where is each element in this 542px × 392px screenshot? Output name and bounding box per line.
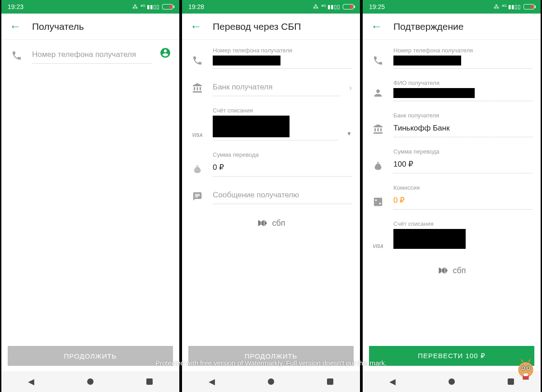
- content: Номер телефона получателя ФИО получателя…: [363, 40, 541, 341]
- status-time: 19:28: [188, 3, 204, 10]
- account-row: VISA Счёт списания: [371, 213, 533, 255]
- redacted-account: [213, 116, 290, 137]
- footer: ПРОДОЛЖИТЬ: [1, 341, 179, 371]
- phone-field[interactable]: Номер телефона получателя: [213, 47, 352, 69]
- bank-icon: [190, 83, 205, 96]
- phone-input[interactable]: Номер телефона получателя: [32, 47, 151, 64]
- redacted-phone: [393, 56, 461, 65]
- redacted-account: [393, 229, 466, 249]
- redacted-name: [393, 88, 475, 98]
- nav-bar: ◀: [182, 371, 360, 392]
- nav-home[interactable]: [449, 378, 455, 385]
- status-icons: ⁂ ⁴ᴳ ▮▮▯▯: [132, 4, 173, 10]
- status-icons: ⁂ ⁴ᴳ ▮▮▯▯: [494, 4, 534, 10]
- screen-confirmation: 19:25 ⁂ ⁴ᴳ ▮▮▯▯ ← Подтверждение Номер те…: [361, 0, 542, 392]
- svg-rect-8: [523, 376, 528, 380]
- nav-home[interactable]: [87, 378, 93, 385]
- content: Номер телефона получателя: [1, 40, 179, 341]
- amount-field: Сумма перевода 100 ₽: [393, 148, 533, 173]
- svg-rect-9: [524, 373, 528, 376]
- app-bar: ← Получатель: [1, 14, 179, 40]
- sbp-logo: сбп: [190, 217, 352, 229]
- bank-row[interactable]: Банк получателя ›: [190, 72, 352, 100]
- bank-field: Банк получателя: [213, 79, 341, 96]
- percent-icon: [371, 197, 385, 210]
- svg-point-4: [522, 367, 524, 369]
- name-row: ФИО получателя: [371, 72, 533, 105]
- phone-row: Номер телефона получателя: [371, 40, 533, 72]
- contact-picker-button[interactable]: [159, 47, 171, 64]
- phone-input-row: Номер телефона получателя: [9, 40, 171, 67]
- battery-icon: [523, 4, 534, 9]
- status-time: 19:23: [8, 3, 23, 10]
- back-button[interactable]: ←: [190, 19, 202, 33]
- bluetooth-icon: ⁂: [494, 4, 499, 10]
- battery-icon: [343, 4, 354, 9]
- amount-row[interactable]: Сумма перевода 0 ₽: [190, 144, 352, 180]
- app-bar: ← Перевод через СБП: [182, 14, 360, 40]
- bluetooth-icon: ⁂: [132, 4, 138, 10]
- continue-button[interactable]: ПРОДОЛЖИТЬ: [8, 346, 173, 366]
- status-bar: 19:28 ⁂ ⁴ᴳ ▮▮▯▯: [182, 0, 360, 14]
- money-bag-icon: [371, 161, 385, 173]
- status-time: 19:25: [369, 3, 385, 10]
- network-icon: ⁴ᴳ ▮▮▯▯: [140, 4, 159, 10]
- phone-field: Номер телефона получателя: [393, 47, 533, 69]
- transfer-button[interactable]: ПЕРЕВЕСТИ 100 ₽: [369, 346, 534, 366]
- app-bar: ← Подтверждение: [363, 14, 541, 40]
- nav-back[interactable]: ◀: [28, 377, 34, 387]
- svg-rect-0: [374, 198, 382, 206]
- battery-icon: [162, 4, 173, 9]
- visa-icon: VISA: [190, 133, 205, 140]
- person-icon: [371, 88, 385, 101]
- footer: ПРОДОЛЖИТЬ: [182, 341, 360, 371]
- account-row[interactable]: VISA Счёт списания ▼: [190, 100, 352, 144]
- bank-row: Банк получателя Тинькофф Банк: [371, 105, 533, 141]
- visa-icon: VISA: [371, 244, 385, 252]
- network-icon: ⁴ᴳ ▮▮▯▯: [502, 4, 521, 10]
- nav-recent[interactable]: [146, 378, 153, 385]
- page-title: Подтверждение: [393, 21, 463, 32]
- message-icon: [190, 191, 205, 204]
- account-field: Счёт списания: [393, 220, 533, 252]
- message-field: Сообщение получателю: [213, 187, 352, 204]
- network-icon: ⁴ᴳ ▮▮▯▯: [321, 4, 340, 10]
- nav-back[interactable]: ◀: [209, 377, 215, 387]
- amount-row: Сумма перевода 100 ₽: [371, 141, 533, 177]
- message-row[interactable]: Сообщение получателю: [190, 180, 352, 208]
- screen-transfer-form: 19:28 ⁂ ⁴ᴳ ▮▮▯▯ ← Перевод через СБП Номе…: [181, 0, 361, 392]
- fee-field: Комиссия 0 ₽: [393, 184, 533, 210]
- phone-icon: [190, 55, 205, 69]
- amount-field: Сумма перевода 0 ₽: [213, 151, 352, 177]
- name-field: ФИО получателя: [393, 79, 533, 101]
- nav-back[interactable]: ◀: [389, 377, 396, 387]
- nav-home[interactable]: [268, 378, 274, 385]
- redacted-phone: [213, 56, 280, 65]
- page-title: Перевод через СБП: [213, 21, 301, 32]
- sbp-logo: сбп: [371, 264, 533, 277]
- screen-recipient: 19:23 ⁂ ⁴ᴳ ▮▮▯▯ ← Получатель Номер телеф…: [0, 0, 181, 392]
- fee-row: Комиссия 0 ₽: [371, 177, 533, 213]
- back-button[interactable]: ←: [371, 19, 383, 33]
- bluetooth-icon: ⁂: [313, 4, 318, 10]
- content: Номер телефона получателя Банк получател…: [182, 40, 360, 341]
- page-title: Получатель: [32, 21, 84, 32]
- bank-field: Банк получателя Тинькофф Банк: [393, 112, 533, 137]
- phone-icon: [371, 55, 385, 69]
- bank-icon: [371, 124, 385, 137]
- nav-bar: ◀: [1, 371, 179, 392]
- continue-button[interactable]: ПРОДОЛЖИТЬ: [188, 346, 354, 366]
- phone-row: Номер телефона получателя: [190, 40, 352, 72]
- status-bar: 19:25 ⁂ ⁴ᴳ ▮▮▯▯: [363, 0, 541, 14]
- status-icons: ⁂ ⁴ᴳ ▮▮▯▯: [313, 4, 354, 10]
- money-bag-icon: [190, 164, 205, 177]
- nav-recent[interactable]: [327, 378, 333, 385]
- caret-down-icon: ▼: [346, 131, 352, 140]
- status-bar: 19:23 ⁂ ⁴ᴳ ▮▮▯▯: [1, 0, 179, 14]
- mascot-icon: [513, 356, 538, 381]
- phone-icon: [9, 50, 24, 64]
- chevron-right-icon: ›: [349, 83, 352, 96]
- svg-point-5: [527, 367, 529, 369]
- account-field: Счёт списания: [213, 107, 338, 140]
- back-button[interactable]: ←: [9, 19, 21, 33]
